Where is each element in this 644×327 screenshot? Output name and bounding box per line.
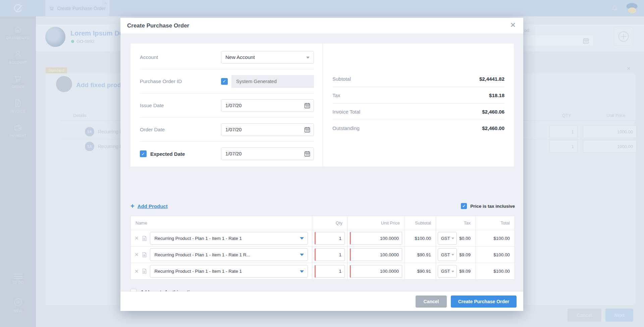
- summary-row-subtotal: Subtotal $2,4441.82: [332, 71, 504, 87]
- sidebar-label: INVOICE: [10, 110, 25, 113]
- unit-price-input[interactable]: [350, 265, 402, 278]
- col-header-details: Details: [73, 113, 87, 118]
- chevron-down-icon: [451, 254, 454, 256]
- note-doc-icon[interactable]: [142, 236, 147, 241]
- product-select[interactable]: Recurring Product - Plan 1 - Item 1 - Ra…: [150, 265, 308, 278]
- customer-id-value: GO-0892: [76, 39, 94, 44]
- products-table-header: Name Qty Unit Price Subtotal Tax Total: [131, 216, 515, 230]
- note-doc-icon[interactable]: [142, 268, 147, 274]
- qty-input[interactable]: [315, 248, 345, 261]
- tax-code-select[interactable]: GST: [438, 265, 457, 278]
- order-form-card: Account New Account Purchase Order ID ✓: [130, 44, 322, 167]
- order-date-input[interactable]: [221, 123, 314, 136]
- tax-code-value: GST: [441, 236, 450, 241]
- notifications-bell-icon[interactable]: [611, 4, 619, 12]
- home-icon: [13, 25, 22, 34]
- expected-date-checkbox[interactable]: ✓: [140, 150, 147, 157]
- sidebar-label: ACCOUNT: [9, 61, 27, 64]
- summary-label: Invoice Total: [332, 109, 360, 115]
- chevron-down-icon: [306, 57, 310, 59]
- invoice-icon: [13, 99, 22, 108]
- cancel-button[interactable]: Cancel: [416, 296, 447, 308]
- tax-inclusive-toggle: ✓ Price is tax inclusive: [461, 203, 515, 209]
- bg-next-button[interactable]: Next: [605, 309, 633, 322]
- sidebar-label: NEW: [14, 309, 22, 313]
- qty-input[interactable]: [315, 232, 345, 245]
- summary-row-tax: Tax $18.18: [332, 87, 504, 104]
- remove-row-icon[interactable]: ✕: [135, 252, 139, 258]
- remove-row-icon[interactable]: ✕: [135, 235, 139, 241]
- modal-body: Account New Account Purchase Order ID ✓: [120, 34, 523, 291]
- sidebar: DASHBOARD ACCOUNT ORDER: [0, 16, 36, 327]
- qty-input[interactable]: [315, 265, 345, 278]
- summary-value: $2,4441.82: [479, 76, 504, 82]
- product-select-value: Recurring Product - Plan 1 - Item 1 - Ra…: [155, 269, 242, 274]
- sidebar-item-invoice[interactable]: INVOICE: [0, 99, 36, 123]
- sidebar-item-order[interactable]: ORDER: [0, 74, 36, 99]
- todo-list-icon: [14, 273, 22, 279]
- add-product-button[interactable]: + Add Product: [130, 203, 168, 209]
- period-label-fragment: od:: [524, 28, 530, 33]
- sidebar-item-payment[interactable]: PAYMENT: [0, 123, 36, 147]
- panel-close-icon[interactable]: ✕: [627, 66, 631, 72]
- summary-row-invoice-total: Invoice Total $2,460.06: [332, 104, 504, 120]
- account-select[interactable]: New Account: [221, 51, 314, 64]
- create-purchase-order-button[interactable]: Create Purchase Order: [451, 296, 517, 308]
- modal-footer: Cancel Create Purchase Order: [120, 291, 523, 311]
- modal-header: Create Purchase Order ✕: [120, 18, 523, 34]
- customer-avatar: [45, 27, 65, 47]
- bg-price-input[interactable]: 1000.00: [583, 140, 637, 153]
- row-tax: $0.00: [457, 236, 475, 241]
- issue-date-input[interactable]: [221, 99, 314, 112]
- chevron-down-icon: [451, 238, 454, 239]
- product-select-value: Recurring Product - Plan 1 - Item 1 - Ra…: [155, 236, 242, 241]
- col-header-name: Name: [131, 216, 312, 230]
- modal-close-icon[interactable]: ✕: [510, 21, 516, 28]
- issue-date-label: Issue Date: [140, 103, 164, 108]
- row-subtotal: $90.91: [405, 247, 436, 263]
- product-select[interactable]: Recurring Product - Plan 1 - Item 1 - Ra…: [150, 248, 308, 261]
- sidebar-item-new[interactable]: NEW: [0, 297, 36, 322]
- tax-code-select[interactable]: GST: [438, 232, 457, 245]
- tab-create-purchase-order[interactable]: Create Purchase Order ✕: [45, 0, 109, 16]
- col-header-tax: Tax: [436, 216, 475, 230]
- product-select[interactable]: Recurring Product - Plan 1 - Item 1 - Ra…: [150, 232, 308, 245]
- expected-date-input[interactable]: [221, 147, 314, 160]
- bg-price-input[interactable]: 1000.00: [583, 125, 637, 138]
- add-button[interactable]: [614, 27, 633, 46]
- note-doc-icon[interactable]: [142, 252, 147, 258]
- po-id-label: Purchase Order ID: [140, 78, 182, 84]
- summary-value: $2,460.06: [482, 109, 504, 115]
- user-avatar[interactable]: [626, 2, 638, 14]
- tax-inclusive-checkbox[interactable]: ✓: [461, 203, 467, 209]
- products-table: Name Qty Unit Price Subtotal Tax Total ✕: [130, 216, 515, 280]
- sidebar-item-account[interactable]: ACCOUNT: [0, 50, 36, 74]
- row-avatar: SA: [85, 142, 94, 151]
- tab-close-icon[interactable]: ✕: [104, 1, 107, 5]
- sidebar-item-todo[interactable]: TO DO: [0, 273, 36, 297]
- form-row-issue-date: Issue Date: [140, 93, 314, 118]
- chevron-down-icon: [300, 254, 304, 256]
- col-header-total: Total: [475, 216, 515, 230]
- system-generated-checkbox[interactable]: ✓: [221, 78, 228, 85]
- order-date-label: Order Date: [140, 127, 165, 132]
- summary-label: Subtotal: [332, 76, 351, 82]
- create-purchase-order-modal: Create Purchase Order ✕ Account New Acco…: [120, 18, 523, 311]
- summary-value: $18.18: [489, 92, 504, 98]
- app-logo-icon: [0, 0, 36, 16]
- status-dot: [71, 40, 74, 43]
- tax-code-select[interactable]: GST: [438, 248, 457, 261]
- bg-qty-input[interactable]: 1: [549, 140, 578, 153]
- product-row: ✕ Recurring Product - Plan 1 - Item 1 - …: [131, 247, 515, 263]
- sidebar-item-dashboard[interactable]: DASHBOARD: [0, 25, 36, 50]
- product-select-value: Recurring Product - Plan 1 - Item 1 - Ra…: [155, 252, 250, 257]
- tab-label: Create Purchase Order: [57, 6, 106, 11]
- row-subtotal: $90.91: [405, 263, 436, 279]
- remove-row-icon[interactable]: ✕: [135, 268, 139, 274]
- sidebar-label: PAYMENT: [9, 134, 26, 138]
- unit-price-input[interactable]: [350, 232, 402, 245]
- summary-row-outstanding: Outstanding $2,460.00: [332, 120, 504, 136]
- bg-qty-input[interactable]: 1: [549, 125, 578, 138]
- bg-cancel-button[interactable]: Cancel: [568, 309, 601, 322]
- unit-price-input[interactable]: [350, 248, 402, 261]
